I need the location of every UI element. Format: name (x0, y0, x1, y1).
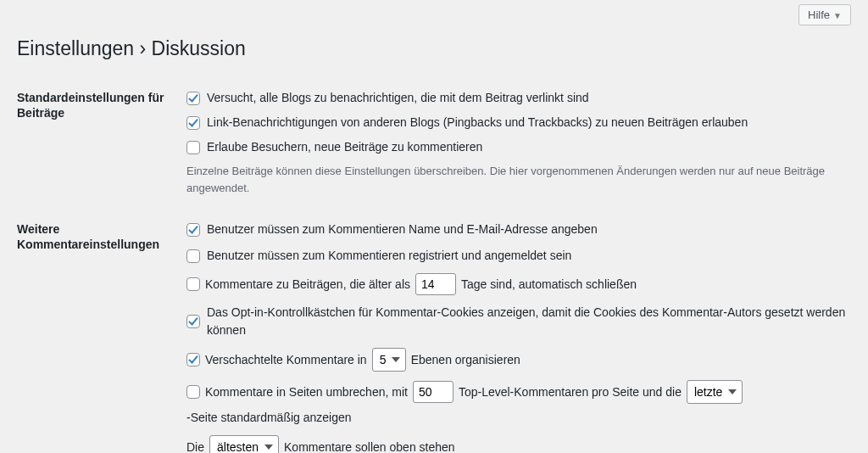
close-comments-post: Tage sind, automatisch schließen (461, 276, 637, 294)
registered-checkbox[interactable] (186, 249, 200, 263)
pingback-checkbox[interactable] (186, 92, 200, 105)
nested-pre: Verschachtelte Kommentare in (205, 351, 367, 369)
order-post: Kommentare sollen oben stehen (284, 439, 455, 454)
trackback-checkbox[interactable] (186, 116, 200, 130)
cookies-optin-label[interactable]: Das Opt-in-Kontrollkästchen für Kommenta… (186, 304, 851, 339)
trackback-label[interactable]: Link-Benachrichtigungen von anderen Blog… (186, 114, 748, 131)
paginate-post: -Seite standardmäßig anzeigen (186, 409, 352, 427)
registered-text: Benutzer müssen zum Kommentieren registr… (207, 247, 571, 265)
order-pre: Die (186, 439, 204, 454)
page-title: Einstellungen › Diskussion (17, 37, 851, 60)
section-heading-other: Weitere Kommentareinstellungen (17, 209, 186, 453)
nested-comments-checkbox[interactable] (186, 353, 200, 366)
paginate-comments-checkbox[interactable] (186, 385, 200, 399)
pingback-label[interactable]: Versucht, alle Blogs zu benachrichtigen,… (186, 89, 589, 107)
settings-form-table: Standardeinstellungen für Beiträge Versu… (17, 77, 851, 453)
comment-order-select[interactable]: ältesten (209, 435, 279, 453)
comments-per-page-input[interactable] (413, 381, 453, 403)
allow-comments-checkbox[interactable] (186, 141, 200, 154)
nested-levels-select[interactable]: 5 (372, 348, 406, 372)
paginate-pre: Kommentare in Seiten umbrechen, mit (205, 383, 408, 401)
registered-label[interactable]: Benutzer müssen zum Kommentieren registr… (186, 247, 571, 265)
section-heading-default-article: Standardeinstellungen für Beiträge (17, 77, 186, 209)
cookies-optin-checkbox[interactable] (186, 315, 200, 328)
cookies-optin-text: Das Opt-in-Kontrollkästchen für Kommenta… (207, 304, 851, 339)
help-label: Hilfe (808, 8, 830, 21)
help-toggle-button[interactable]: Hilfe▼ (798, 4, 851, 25)
trackback-text: Link-Benachrichtigungen von anderen Blog… (207, 114, 748, 131)
close-comments-checkbox[interactable] (186, 277, 200, 291)
close-comments-days-input[interactable] (415, 273, 456, 295)
default-article-note: Einzelne Beiträge können diese Einstellu… (186, 163, 851, 196)
allow-comments-text: Erlaube Besuchern, neue Beiträge zu komm… (207, 138, 482, 156)
pingback-text: Versucht, alle Blogs zu benachrichtigen,… (207, 89, 589, 107)
name-email-checkbox[interactable] (186, 223, 200, 237)
allow-comments-label[interactable]: Erlaube Besuchern, neue Beiträge zu komm… (186, 138, 482, 156)
paginate-mid1: Top-Level-Kommentaren pro Seite und die (459, 383, 682, 401)
close-comments-pre: Kommentare zu Beiträgen, die älter als (205, 276, 410, 294)
default-page-select[interactable]: letzte (687, 380, 743, 404)
name-email-text: Benutzer müssen zum Kommentieren Name un… (207, 221, 598, 238)
nested-post: Ebenen organisieren (411, 351, 520, 369)
chevron-down-icon: ▼ (833, 11, 842, 20)
name-email-label[interactable]: Benutzer müssen zum Kommentieren Name un… (186, 221, 598, 238)
